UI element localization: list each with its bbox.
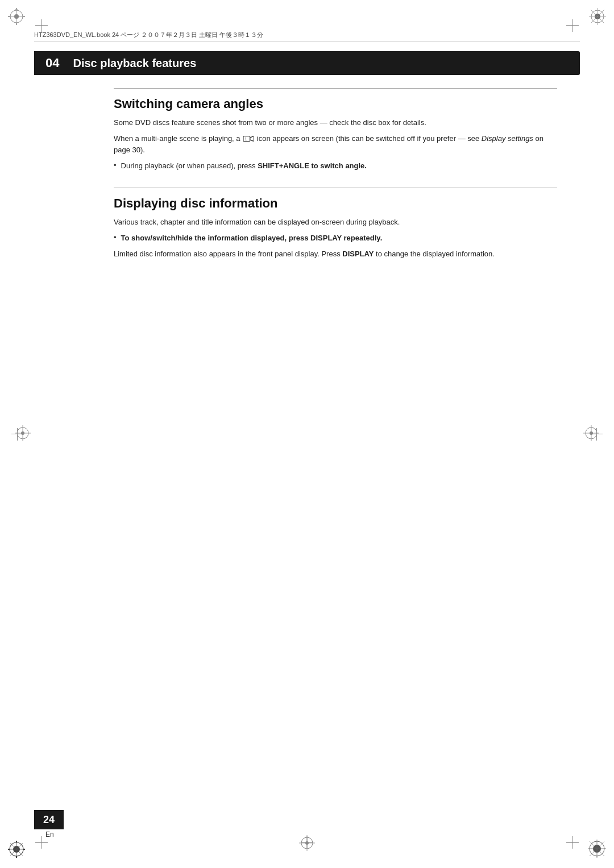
- disc-info-sub-para-text: Limited disc information also appears in…: [114, 248, 557, 260]
- right-mid-mark: [583, 425, 599, 443]
- lang-label: En: [45, 830, 54, 838]
- bottom-center-mark: [299, 835, 315, 853]
- metadata-line: HTZ363DVD_EN_WL.book 24 ページ ２００７年２月３日 土曜…: [34, 31, 580, 42]
- bullet-dot-2: •: [114, 233, 117, 242]
- crop-mark-bl-v: [41, 836, 42, 849]
- section-body-disc-info: Various track, chapter and title informa…: [114, 217, 557, 228]
- corner-mark-br: [588, 840, 606, 860]
- section-title-camera-angles: Switching camera angles: [114, 97, 557, 111]
- header-bar: 04 Disc playback features: [34, 51, 580, 75]
- camera-bullet-strong: SHIFT+ANGLE to switch angle.: [258, 161, 367, 170]
- bullet-dot-1: •: [114, 161, 117, 169]
- camera-para-1-text: Some DVD discs feature scenes shot from …: [114, 118, 426, 127]
- svg-marker-33: [250, 136, 254, 141]
- disc-info-bullet-strong: To show/switch/hide the information disp…: [121, 234, 383, 242]
- disc-info-bullet: • To show/switch/hide the information di…: [114, 232, 557, 244]
- crop-mark-tl-h: [35, 25, 48, 26]
- crop-mark-tr-v: [572, 19, 573, 32]
- camera-bullet: • During playback (or when paused), pres…: [114, 160, 557, 172]
- crop-mark-br-v: [572, 836, 573, 849]
- metadata-text: HTZ363DVD_EN_WL.book 24 ページ ２００７年２月３日 土曜…: [34, 31, 263, 38]
- page-number-box: 24: [34, 810, 64, 829]
- camera-para-2: When a multi-angle scene is playing, a 1…: [114, 133, 557, 156]
- camera-para-1: Some DVD discs feature scenes shot from …: [114, 117, 557, 128]
- display-settings-link: Display settings: [482, 134, 533, 143]
- camera-angle-icon: 1: [243, 135, 254, 143]
- svg-point-42: [21, 431, 24, 435]
- section-title-disc-info: Displaying disc information: [114, 196, 557, 211]
- crop-mark-tl-v: [41, 19, 42, 32]
- disc-info-sub-para: Limited disc information also appears in…: [114, 248, 557, 260]
- svg-point-38: [305, 841, 309, 845]
- corner-mark-tl: [8, 8, 25, 27]
- disc-info-para-1: Various track, chapter and title informa…: [114, 217, 557, 228]
- svg-text:1: 1: [245, 136, 247, 140]
- camera-bullet-text: During playback (or when paused), press …: [121, 160, 367, 172]
- disc-info-bullet-text: To show/switch/hide the information disp…: [121, 232, 383, 244]
- crop-mark-bl-h: [35, 842, 48, 843]
- section-switching-camera-angles: Switching camera angles Some DVD discs f…: [114, 88, 557, 172]
- corner-mark-bl: [8, 841, 25, 860]
- left-mid-mark: [15, 425, 31, 443]
- header-title: Disc playback features: [68, 57, 196, 70]
- display-bold: DISPLAY: [342, 250, 374, 258]
- svg-point-46: [590, 431, 593, 435]
- page: HTZ363DVD_EN_WL.book 24 ページ ２００７年２月３日 土曜…: [0, 0, 614, 868]
- corner-mark-tr: [589, 8, 606, 27]
- disc-info-para-1-text: Various track, chapter and title informa…: [114, 218, 400, 226]
- section-body-camera-angles: Some DVD discs feature scenes shot from …: [114, 117, 557, 156]
- page-number: 24: [43, 814, 55, 826]
- chapter-number: 04: [34, 51, 68, 75]
- page-lang: En: [45, 830, 54, 838]
- content-area: Switching camera angles Some DVD discs f…: [114, 88, 557, 276]
- section-displaying-disc-information: Displaying disc information Various trac…: [114, 188, 557, 260]
